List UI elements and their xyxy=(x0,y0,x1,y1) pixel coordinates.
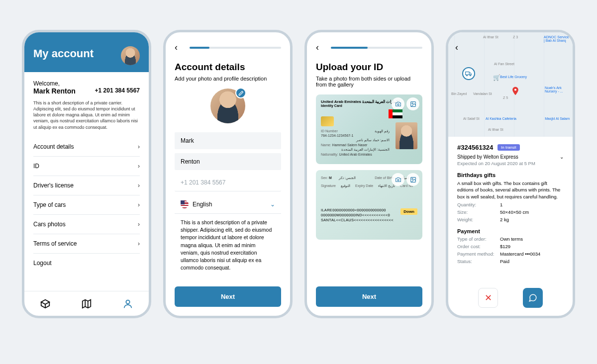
first-name-input[interactable]: Mark xyxy=(175,132,281,149)
back-button[interactable]: ‹ xyxy=(316,42,319,53)
edit-avatar-button[interactable] xyxy=(235,88,246,98)
back-button[interactable]: ‹ xyxy=(455,42,458,53)
sex-value: M xyxy=(329,176,332,180)
last-name-input[interactable]: Renton xyxy=(175,153,281,170)
welcome-label: Welcome, xyxy=(33,80,140,87)
svg-point-1 xyxy=(397,103,398,105)
svg-point-4 xyxy=(397,179,398,181)
back-button[interactable]: ‹ xyxy=(175,42,178,53)
id-name-ar: الاسم: حماد سالم ناصر xyxy=(321,138,390,142)
svg-point-9 xyxy=(470,75,471,76)
gallery-button[interactable] xyxy=(406,173,419,186)
chevron-right-icon: › xyxy=(138,143,140,150)
tab-profile[interactable] xyxy=(122,298,133,309)
map-label: Bin Zayed xyxy=(451,92,467,95)
avatar[interactable] xyxy=(121,46,140,65)
signature-ar: التوقيع xyxy=(341,184,350,188)
page-subtitle: Add your photo and profile description xyxy=(175,76,281,82)
sex-label: Sex: xyxy=(321,176,328,180)
id-nationality-label: Nationality: xyxy=(321,153,338,156)
svg-point-10 xyxy=(514,89,516,91)
method-value: Mastercard •••0034 xyxy=(500,251,540,257)
store-pin-icon: 🛒 xyxy=(493,74,500,81)
cost-value: $129 xyxy=(500,244,510,249)
tab-map[interactable] xyxy=(81,298,92,309)
phone-upload-id: ‹ Upload your ID Take a photo from both … xyxy=(304,30,434,318)
menu-id[interactable]: ID› xyxy=(33,157,140,176)
size-label: Size: xyxy=(457,209,500,215)
status-value: Paid xyxy=(500,259,509,264)
menu-cars-photos[interactable]: Cars photos› xyxy=(33,215,140,234)
menu-label: Logout xyxy=(33,260,52,267)
svg-point-0 xyxy=(126,300,130,303)
map-label: Al Salaf St xyxy=(463,117,480,120)
camera-button[interactable] xyxy=(392,173,404,186)
map-label: Masjid Al Salam xyxy=(545,117,570,120)
language-select[interactable]: English ⌄ xyxy=(175,195,281,214)
tab-packages[interactable] xyxy=(40,298,51,309)
chat-button[interactable] xyxy=(523,288,543,308)
next-button[interactable]: Next xyxy=(175,286,281,307)
truck-pin-icon xyxy=(462,67,475,80)
camera-button[interactable] xyxy=(392,97,404,110)
order-number: #324561324 xyxy=(457,144,493,151)
order-type-value: Own terms xyxy=(500,236,523,242)
account-header: My account xyxy=(24,32,149,72)
signature-label: Signature xyxy=(321,184,336,188)
destination-pin-icon xyxy=(510,85,520,100)
download-button[interactable]: Down xyxy=(400,208,417,215)
qty-label: Quantity: xyxy=(457,202,500,207)
id-country: United Arab Emirates xyxy=(321,99,361,104)
menu-logout[interactable]: Logout xyxy=(33,254,140,273)
shipped-by: Shipped by Welton Express xyxy=(457,154,518,160)
map-view[interactable]: ‹ 🛒 Best Life Grocery Bin Zayed Z 3 Z 5 … xyxy=(448,32,573,137)
page-title: Upload your ID xyxy=(316,62,422,73)
chevron-right-icon: › xyxy=(138,240,140,247)
map-label: Al Ithar St xyxy=(483,35,498,39)
profile-avatar[interactable] xyxy=(210,89,245,123)
id-card-front: United Arab Emiratesالإمارات العربية الم… xyxy=(316,94,422,164)
phone-account-details: ‹ Account details Add your photo and pro… xyxy=(163,30,293,318)
shipping-row[interactable]: Shipped by Welton Express ⌄ xyxy=(457,154,564,160)
expiry-label: Expiry Date xyxy=(355,184,373,188)
menu-label: Type of cars xyxy=(33,201,66,208)
menu-type-of-cars[interactable]: Type of cars› xyxy=(33,195,140,215)
description-textarea[interactable]: This is a short description of a private… xyxy=(175,219,281,272)
gift-title: Birthdays gifts xyxy=(457,172,564,178)
id-photo xyxy=(396,122,417,149)
menu-account-details[interactable]: Account details› xyxy=(33,137,140,157)
chevron-right-icon: › xyxy=(138,221,140,228)
account-menu: Account details› ID› Driver's license› T… xyxy=(33,137,140,273)
user-name: Mark Renton xyxy=(33,87,76,95)
chip-icon xyxy=(321,116,334,126)
map-label: Al Kashka Cafeteria xyxy=(486,117,516,120)
cancel-button[interactable]: ✕ xyxy=(478,288,498,308)
map-label: ADNOC Service | Bab Al Sharq xyxy=(544,35,571,42)
id-nationality-ar: الجنسية: الإمارات العربية المتحدة xyxy=(321,148,390,152)
profile-description: This is a short description of a private… xyxy=(33,100,140,130)
gallery-button[interactable] xyxy=(406,97,419,110)
id-nationality-value: United Arab Emirates xyxy=(339,153,372,156)
map-label: Z 3 xyxy=(513,35,518,39)
map-label: Vandalan St xyxy=(473,92,492,95)
status-badge: In transit xyxy=(498,144,520,151)
phone-input[interactable]: +1 201 384 5567 xyxy=(175,174,281,191)
sex-ar: الجنس: ذكر xyxy=(339,176,356,180)
cost-label: Order cost: xyxy=(457,244,500,249)
chevron-down-icon: ⌄ xyxy=(560,154,564,160)
next-button[interactable]: Next xyxy=(316,286,422,307)
tab-bar xyxy=(24,291,149,316)
chevron-right-icon: › xyxy=(138,182,140,189)
order-type-label: Type of order: xyxy=(457,236,500,242)
menu-drivers-license[interactable]: Driver's license› xyxy=(33,176,140,195)
menu-terms-of-service[interactable]: Terms of service› xyxy=(33,234,140,254)
svg-point-6 xyxy=(411,178,412,179)
map-label: Z 5 xyxy=(503,96,508,99)
id-name-label: Name: xyxy=(321,143,331,147)
size-value: 50×40×50 cm xyxy=(500,209,529,215)
progress-bar xyxy=(331,47,422,49)
page-subtitle: Take a photo from both sides or upload f… xyxy=(316,76,422,88)
id-number-label: ID Number xyxy=(321,129,338,133)
payment-title: Payment xyxy=(457,228,564,234)
phone-order-tracking: ‹ 🛒 Best Life Grocery Bin Zayed Z 3 Z 5 … xyxy=(446,30,575,318)
